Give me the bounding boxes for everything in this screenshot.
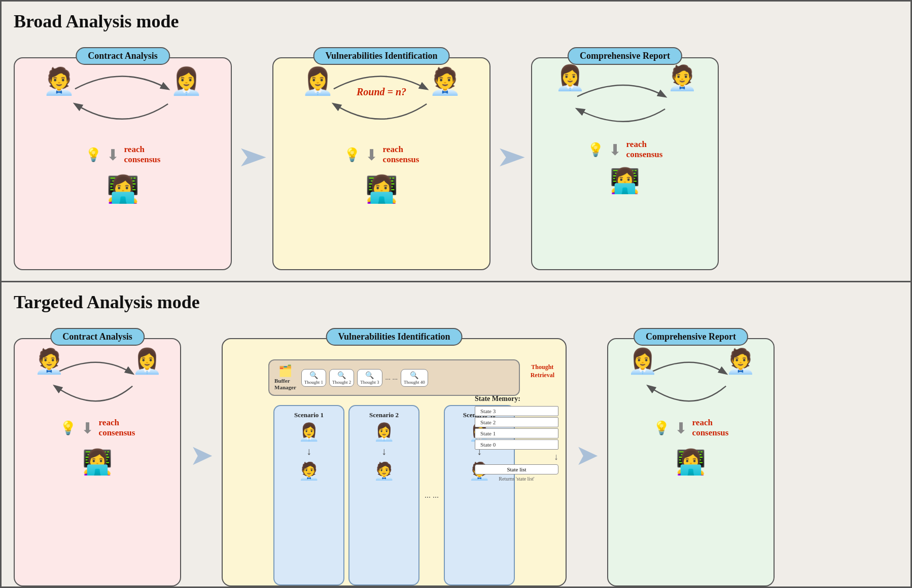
targeted-panels-row: Contract Analysis [14, 323, 898, 586]
returns-text: Returns 'state list' [475, 476, 558, 482]
broad-title: Broad Analysis mode [14, 11, 898, 32]
broad-char3-bottom: 👩‍💻 [610, 167, 640, 194]
broad-vuln-chars: 👩‍💼 🧑‍💼 Round = n? [273, 58, 489, 160]
buffer-area: 🗂️ BufferManager 🔍 Thought 1 🔍 Thought 2… [268, 359, 520, 396]
broad-char1-bottom-wrap: 👩‍💻 [107, 174, 139, 205]
thought-label-2: Thought 2 [332, 380, 351, 385]
buffer-icon: 🗂️ [278, 364, 292, 378]
thought-icon-2: 🔍 [337, 372, 346, 379]
scenario-arrow-1: ↓ [306, 446, 311, 457]
broad-char2-bottom: 👩‍💻 [365, 175, 398, 204]
state-arrow-down: ↓ [475, 452, 558, 462]
broad-panel-vuln: Vulnerabilities Identification [272, 57, 490, 270]
state-row-0: State 0 [475, 439, 558, 450]
thought-label-3: Thought 3 [360, 380, 379, 385]
broad-char3-left: 👩‍💼 [555, 66, 585, 90]
broad-contract-chars: 🧑‍💼 👩‍💼 [15, 58, 231, 160]
targ-report-chars: 👩‍💼 🧑‍💼 [608, 339, 774, 428]
buffer-label: BufferManager [274, 378, 296, 391]
broad-panel-report: Comprehensive Report [531, 57, 719, 270]
buffer-manager: 🗂️ BufferManager [274, 364, 296, 391]
thought-label-40: Thought 40 [404, 380, 425, 385]
broad-char1-right: 👩‍💼 [170, 68, 203, 95]
broad-char1-bottom: 👩‍💻 [107, 175, 139, 204]
arrow-broad-2-3: ➤ [490, 140, 531, 173]
scenario-char1-bot: 🧑‍💼 [298, 461, 320, 481]
arrow-targ-1-2: ➤ [181, 438, 222, 471]
targ-char1-bottom: 👩‍💻 [82, 449, 113, 475]
broad-char2-right: 🧑‍💼 [429, 68, 462, 95]
scenario-title-2: Scenario 2 [369, 411, 399, 419]
thought-card-3: 🔍 Thought 3 [357, 369, 382, 387]
scenario-char1-top: 👩‍💼 [298, 422, 320, 442]
targ-panel-report: Comprehensive Report [607, 338, 775, 586]
state-stack: State 0 State 1 State 2 State 3 [475, 406, 558, 450]
broad-report-chars: 👩‍💼 🧑‍💼 [532, 58, 718, 139]
state-memory: State Memory: State 0 State 1 State 2 St… [475, 395, 558, 482]
broad-char3-right: 🧑‍💼 [667, 66, 697, 90]
targ-contract-chars: 🧑‍💼 👩‍💼 [15, 339, 180, 428]
scenario-ellipsis: ... ... [424, 405, 440, 585]
broad-consensus-3: 💡 ⬇ reachconsensus [587, 139, 663, 160]
broad-panels-row: Contract Analysis [14, 42, 898, 270]
round-text: Round = n? [357, 86, 406, 98]
targ-char1-right: 👩‍💼 [132, 349, 162, 374]
targ-char3-bottom-wrap: 👩‍💻 [676, 448, 706, 476]
state-memory-title: State Memory: [475, 395, 558, 403]
scenario-arrow-2: ↓ [381, 446, 387, 457]
thought-icon-1: 🔍 [309, 372, 318, 379]
scenario-char2-top: 👩‍💼 [373, 422, 395, 442]
broad-char2-left: 👩‍💼 [301, 68, 334, 95]
thought-card-2: 🔍 Thought 2 [329, 369, 354, 387]
lightbulb-icon-3: 💡 [587, 142, 604, 158]
broad-char3-bottom-wrap: 👩‍💻 [610, 167, 640, 195]
targeted-analysis-section: Targeted Analysis mode Contract Analysis [2, 282, 910, 586]
targ-char1-bottom-wrap: 👩‍💻 [82, 448, 113, 476]
thought-icon-3: 🔍 [365, 372, 374, 379]
state-row-2: State 2 [475, 417, 558, 427]
arrow-targ-2-3: ➤ [567, 438, 607, 471]
thought-label-1: Thought 1 [304, 380, 323, 385]
scenario-box-2: Scenario 2 👩‍💼 ↓ 🧑‍💼 [348, 405, 419, 585]
broad-panel-contract: Contract Analysis [14, 57, 232, 270]
thought-icon-40: 🔍 [410, 372, 418, 379]
thought-dots: ... ... [385, 374, 398, 382]
scenario-char2-bot: 🧑‍💼 [373, 461, 395, 481]
thought-card-40: 🔍 Thought 40 [401, 369, 428, 387]
state-row-3: State 3 [475, 406, 558, 416]
targ-char1-left: 🧑‍💼 [34, 349, 64, 374]
broad-char1-left: 🧑‍💼 [43, 68, 76, 95]
targ-panel-contract: Contract Analysis [14, 338, 181, 586]
targ-char3-bottom: 👩‍💻 [676, 449, 706, 475]
targ-char3-left: 👩‍💼 [627, 349, 658, 374]
broad-char2-bottom-wrap: 👩‍💻 [365, 174, 398, 205]
main-container: Broad Analysis mode Contract Analysis [0, 0, 912, 588]
state-row-1: State 1 [475, 428, 558, 438]
consensus-text-3: reachconsensus [626, 139, 663, 160]
targ-vuln-label: Vulnerabilities Identification [326, 328, 463, 346]
scenario-box-1: Scenario 1 👩‍💼 ↓ 🧑‍💼 [273, 405, 344, 585]
arrow-broad-1-2: ➤ [232, 140, 272, 173]
state-list-box: State list [475, 464, 558, 474]
targeted-title: Targeted Analysis mode [14, 291, 898, 313]
targ-char3-right: 🧑‍💼 [725, 349, 756, 374]
targ-panel-vuln: Vulnerabilities Identification 🗂️ Buffer… [222, 338, 567, 586]
thought-card-1: 🔍 Thought 1 [301, 369, 326, 387]
broad-analysis-section: Broad Analysis mode Contract Analysis [2, 2, 910, 282]
down-arrow-3: ⬇ [609, 141, 621, 159]
scenario-title-1: Scenario 1 [294, 411, 324, 419]
thought-retrieval-label: ThoughtRetrieval [531, 363, 554, 379]
